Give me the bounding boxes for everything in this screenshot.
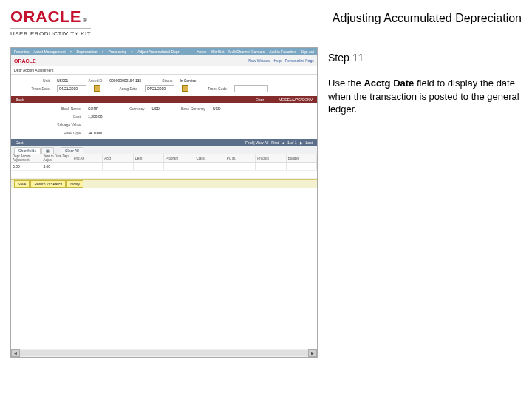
notify-button[interactable]: Notify [66,180,83,188]
book-band: Book Oper MODEL/UPG/CONV [11,96,317,103]
value-assetid: 000000000154 135 [109,78,141,83]
label-transdate: Trans Date [18,86,50,91]
gridcol: Program [164,154,194,162]
gridcol: Budget [287,154,317,162]
label-salvage: Salvage Value [42,123,81,127]
gridcell[interactable] [287,163,317,170]
tab-extra-icon[interactable]: ▦ [41,147,54,154]
step-field-name: Acctg Date [364,78,414,89]
label-cost: Cost [42,115,81,119]
value-basecurrency: USD [213,106,221,111]
input-acctgdate[interactable]: 04/21/2010 [145,85,174,92]
gridcol: Year to Date Depr Adjust [41,154,72,162]
calendar-icon[interactable] [182,85,188,92]
gridcol: Product [256,154,286,162]
gridcol: PC Bu [225,154,256,162]
step-instruction: Use the Acctg Date field to display the … [328,77,522,116]
gridcell[interactable]: 3.00 [11,163,41,170]
gridcol: Depr Accum Adjustment [11,154,41,162]
scroll-left-icon[interactable]: ◀ [11,349,20,357]
gridcell[interactable] [225,163,256,170]
gridcol: Fnd Aff [72,154,103,162]
calendar-icon[interactable] [94,85,100,92]
label-unit: Unit [18,78,50,83]
gridcell[interactable] [134,163,164,170]
grid-row: 3.00 3.00 [11,163,317,171]
topnav-item[interactable]: Favorites [14,50,30,54]
gridcol: Dept [134,154,164,162]
nav-position: 1 of 1 [287,140,297,145]
tab-chartfields[interactable]: Chartfields [14,147,41,154]
scroll-right-icon[interactable]: ▶ [308,349,317,357]
gridcell[interactable] [194,163,225,170]
step-text-pre: Use the [328,78,364,89]
gridcell[interactable] [103,163,133,170]
topnav-item[interactable]: Adjust Accumulated Depr [137,50,179,54]
topnav-bar: Favorites Asset Management > Depreciatio… [11,48,317,55]
gridcol: Acct [103,154,133,162]
step-heading: Step 11 [328,52,522,64]
horizontal-scrollbar[interactable]: ◀ ▶ [11,349,317,357]
band-left-label: Book [16,98,24,102]
gridcell[interactable] [72,163,103,170]
topnav-item[interactable]: Processing [109,50,127,54]
grid-header: Depr Accum Adjustment Year to Date Depr … [11,154,317,163]
value-bookname: CORP [88,106,98,111]
link-new-window[interactable]: New Window [248,58,270,63]
toplink[interactable]: MultiChannel Console [228,50,265,54]
toplink[interactable]: Home [197,50,206,54]
toplink[interactable]: Add to Favorites [269,50,296,54]
cost-band: Cost Find | View All First ◀ 1 of 1 ▶ La… [11,139,317,146]
app-brand-text: ORACLE [14,58,36,64]
app-header: ORACLE New Window Help Personalize Page [11,55,317,66]
link-personalize[interactable]: Personalize Page [285,58,314,63]
label-bookname: Book Name [42,106,81,111]
input-transdate[interactable]: 04/21/2010 [57,85,86,92]
trademark-symbol: ® [83,17,87,24]
cost-band-label: Cost [16,140,23,145]
product-line: USER PRODUCTIVITY KIT [10,28,91,37]
gridcol: Class [194,154,225,162]
value-ratetype: 34.10000 [88,131,103,135]
page-title: Depr Accum Adjustment [11,66,317,75]
label-ratetype: Rate Type [42,131,81,135]
lesson-title: Adjusting Accumulated Depreciation [91,7,522,25]
value-status: In Service [180,78,196,83]
topnav-item[interactable]: Depreciation [77,50,98,54]
page-footer: Save Return to Search Notify [11,179,317,188]
nav-last[interactable]: Last [306,140,313,145]
label-acctgdate: Acctg Date [108,86,137,91]
value-currency: USD [151,106,160,111]
gridcell[interactable]: 3.00 [41,163,72,170]
label-currency: Currency [106,106,144,111]
toplink[interactable]: Worklist [211,50,225,54]
return-to-search-button[interactable]: Return to Search [30,180,66,188]
label-assetid: Asset ID [75,78,102,83]
brand-text: ORACLE [10,7,81,27]
label-basecurrency: Base Currency [167,106,205,111]
topnav-item[interactable]: Asset Management [34,50,66,54]
brand-logo: ORACLE ® USER PRODUCTIVITY KIT [10,7,91,37]
label-status: Status [149,78,172,83]
band-right-label: Oper [256,98,264,102]
clear-all-button[interactable]: Clear All [61,147,83,154]
toplink[interactable]: Sign out [301,50,314,54]
value-cost: 1,200.00 [88,115,102,119]
link-find-viewall[interactable]: Find | View All [245,140,268,145]
input-transcode[interactable] [234,85,268,92]
gridcell[interactable] [256,163,286,170]
save-button[interactable]: Save [14,180,30,188]
link-help[interactable]: Help [274,58,282,63]
value-unit: US001 [57,78,68,83]
grid-tabstrip: Chartfields ▦ Clear All [11,146,317,154]
gridcell[interactable] [164,163,194,170]
nav-first[interactable]: First [271,140,279,145]
label-transcode: Trans Code [196,86,227,91]
band-right-value: MODEL/UPG/CONV [279,98,313,102]
embedded-screenshot: Favorites Asset Management > Depreciatio… [10,47,318,358]
